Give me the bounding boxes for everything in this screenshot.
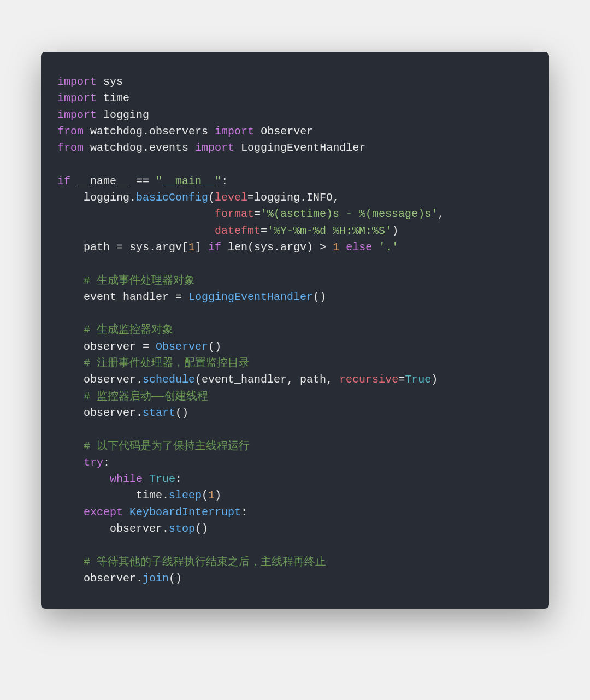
- line-9: datefmt='%Y-%m-%d %H:%M:%S'): [57, 225, 398, 237]
- line-2: import time: [57, 92, 129, 104]
- line-22: time.sleep(1): [57, 489, 221, 502]
- line-20: try:: [57, 456, 110, 469]
- line-15: # 注册事件处理器，配置监控目录: [57, 357, 250, 369]
- line-23: except KeyboardInterrupt:: [57, 506, 247, 519]
- line-8: format='%(asctime)s - %(message)s',: [57, 208, 444, 220]
- line-14: observer = Observer(): [57, 340, 221, 353]
- line-1: import sys: [57, 75, 123, 88]
- line-5: from watchdog.events import LoggingEvent…: [57, 142, 365, 154]
- line-6: if __name__ == "__main__":: [57, 175, 228, 187]
- line-19: # 以下代码是为了保持主线程运行: [57, 440, 250, 452]
- line-4: from watchdog.observers import Observer: [57, 125, 313, 138]
- line-10: path = sys.argv[1] if len(sys.argv) > 1 …: [57, 241, 398, 254]
- line-25: # 等待其他的子线程执行结束之后，主线程再终止: [57, 556, 326, 568]
- line-17: # 监控器启动——创建线程: [57, 390, 208, 403]
- line-26: observer.join(): [57, 572, 182, 585]
- line-21: while True:: [57, 473, 182, 485]
- line-24: observer.stop(): [57, 522, 208, 535]
- line-12: event_handler = LoggingEventHandler(): [57, 291, 326, 303]
- line-7: logging.basicConfig(level=logging.INFO,: [57, 191, 339, 204]
- line-16: observer.schedule(event_handler, path, r…: [57, 373, 438, 386]
- line-13: # 生成监控器对象: [57, 323, 173, 336]
- line-18: observer.start(): [57, 407, 188, 419]
- code-block: import sys import time import logging fr…: [41, 52, 549, 609]
- line-3: import logging: [57, 109, 149, 121]
- line-11: # 生成事件处理器对象: [57, 274, 195, 287]
